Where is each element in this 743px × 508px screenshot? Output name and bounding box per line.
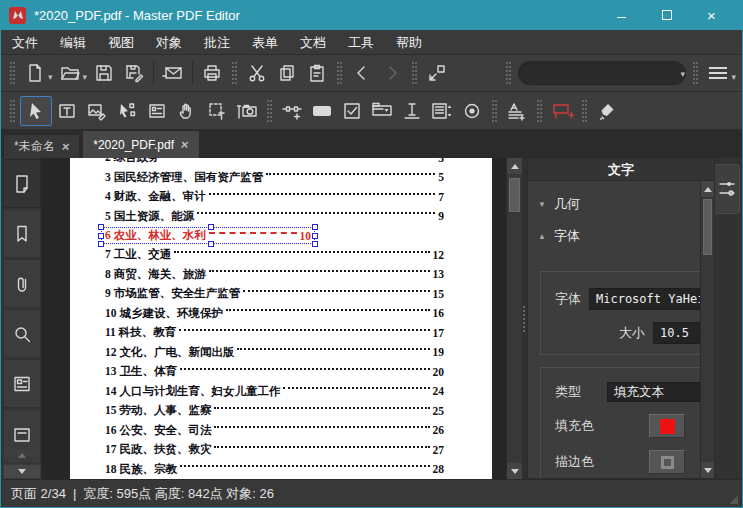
- zoom-to-selection-button[interactable]: [422, 59, 452, 87]
- selection-handle[interactable]: [98, 224, 104, 230]
- toc-row[interactable]: 12 文化、广电、新闻出版19: [105, 343, 444, 363]
- scroll-up-button[interactable]: [701, 181, 714, 197]
- section-geometry[interactable]: ▼ 几何: [528, 195, 714, 213]
- scroll-down-button[interactable]: [507, 463, 522, 479]
- close-button[interactable]: ×: [689, 0, 734, 30]
- menu-object[interactable]: 对象: [145, 30, 193, 55]
- add-callout-annotation-button[interactable]: [547, 97, 577, 125]
- search-input[interactable]: [527, 66, 682, 80]
- selection-handle[interactable]: [312, 241, 318, 247]
- toolbar-drag-handle[interactable]: [267, 100, 272, 122]
- sidebar-scroll-down-button[interactable]: [3, 464, 41, 479]
- combobox-tool-button[interactable]: [367, 97, 397, 125]
- highlighter-tool-button[interactable]: [592, 97, 622, 125]
- more-tools-dropdown[interactable]: ▾: [731, 72, 736, 82]
- menu-help[interactable]: 帮助: [385, 30, 433, 55]
- font-name-input[interactable]: Microsoft YaHei: [589, 288, 715, 310]
- menu-file[interactable]: 文件: [1, 30, 49, 55]
- pdf-page[interactable]: 2 综合政务3 3 国民经济管理、国有资产监管5 4 财政、金融、审计7 5 国…: [70, 158, 492, 479]
- toc-row[interactable]: 8 商贸、海关、旅游13: [105, 265, 444, 285]
- selection-handle[interactable]: [98, 233, 104, 239]
- toolbar-drag-handle[interactable]: [412, 62, 417, 84]
- edit-image-tool-button[interactable]: [82, 97, 112, 125]
- toolbar-drag-handle[interactable]: [10, 100, 15, 122]
- toolbar-drag-handle[interactable]: [582, 100, 587, 122]
- listbox-tool-button[interactable]: [427, 97, 457, 125]
- menu-document[interactable]: 文档: [289, 30, 337, 55]
- toc-row[interactable]: 11 科技、教育17: [105, 323, 444, 343]
- more-tools-menu-button[interactable]: [703, 59, 733, 87]
- new-document-button[interactable]: [20, 59, 50, 87]
- search-box[interactable]: ▾: [518, 61, 686, 85]
- toc-row[interactable]: 16 公安、安全、司法26: [105, 421, 444, 441]
- properties-dock-tab[interactable]: [715, 164, 740, 214]
- toc-row[interactable]: 2 综合政务3: [105, 158, 444, 168]
- toc-row[interactable]: 18 民族、宗教28: [105, 460, 444, 480]
- search-dropdown[interactable]: ▾: [680, 69, 685, 79]
- back-button[interactable]: [347, 59, 377, 87]
- selection-handle[interactable]: [312, 233, 318, 239]
- add-link-tool-button[interactable]: [277, 97, 307, 125]
- save-button[interactable]: [89, 59, 119, 87]
- forward-button[interactable]: [377, 59, 407, 87]
- hand-tool-button[interactable]: [172, 97, 202, 125]
- selection-handle[interactable]: [208, 241, 214, 247]
- snapshot-tool-button[interactable]: [232, 97, 262, 125]
- scrollbar-thumb[interactable]: [509, 178, 520, 212]
- toc-row[interactable]: 17 民政、扶贫、救灾27: [105, 440, 444, 460]
- sidebar-scroll-up-button[interactable]: [3, 448, 41, 463]
- toolbar-drag-handle[interactable]: [693, 62, 698, 84]
- tab-untitled[interactable]: *未命名 ×: [3, 134, 80, 158]
- fill-color-swatch[interactable]: [649, 414, 685, 438]
- window-resize-grip[interactable]: [730, 496, 738, 504]
- stroke-color-swatch[interactable]: [649, 450, 685, 474]
- menu-edit[interactable]: 编辑: [49, 30, 97, 55]
- tab-close-icon[interactable]: ×: [61, 139, 71, 154]
- cut-button[interactable]: [242, 59, 272, 87]
- toolbar-drag-handle[interactable]: [232, 62, 237, 84]
- toc-row[interactable]: 5 国土资源、能源9: [105, 207, 444, 227]
- toc-row[interactable]: 13 卫生、体育20: [105, 362, 444, 382]
- toc-row[interactable]: 9 市场监管、安全生产监管15: [105, 284, 444, 304]
- scrollbar-thumb[interactable]: [703, 199, 712, 255]
- selection-handle[interactable]: [208, 224, 214, 230]
- push-button-tool-button[interactable]: [307, 97, 337, 125]
- form-fields-panel-button[interactable]: [3, 359, 41, 408]
- attachments-panel-button[interactable]: [3, 259, 41, 308]
- copy-button[interactable]: [272, 59, 302, 87]
- edit-path-tool-button[interactable]: [112, 97, 142, 125]
- menu-form[interactable]: 表单: [241, 30, 289, 55]
- paint-type-select[interactable]: 填充文本: [607, 382, 711, 402]
- toc-row[interactable]: 14 人口与计划生育、妇女儿童工作24: [105, 382, 444, 402]
- document-view[interactable]: 2 综合政务3 3 国民经济管理、国有资产监管5 4 财政、金融、审计7 5 国…: [42, 158, 522, 479]
- menu-view[interactable]: 视图: [97, 30, 145, 55]
- toc-row[interactable]: 15 劳动、人事、监察25: [105, 401, 444, 421]
- paste-button[interactable]: [302, 59, 332, 87]
- selection-handle[interactable]: [98, 241, 104, 247]
- toolbar-drag-handle[interactable]: [10, 62, 15, 84]
- edit-form-tool-button[interactable]: [142, 97, 172, 125]
- maximize-button[interactable]: [644, 0, 689, 30]
- text-field-tool-button[interactable]: [397, 97, 427, 125]
- select-tool-button[interactable]: [20, 96, 52, 126]
- tab-close-icon[interactable]: ×: [180, 137, 190, 152]
- toc-row[interactable]: 4 财政、金融、审计7: [105, 187, 444, 207]
- open-file-dropdown[interactable]: ▾: [83, 72, 88, 82]
- radio-button-tool-button[interactable]: [457, 97, 487, 125]
- toolbar-drag-handle[interactable]: [492, 100, 497, 122]
- select-text-tool-button[interactable]: [202, 97, 232, 125]
- add-text-annotation-button[interactable]: [502, 97, 532, 125]
- document-scrollbar[interactable]: [506, 158, 522, 479]
- bookmarks-panel-button[interactable]: [3, 209, 41, 258]
- toc-row[interactable]: 7 工业、交通12: [105, 245, 444, 265]
- edit-text-tool-button[interactable]: [52, 97, 82, 125]
- print-button[interactable]: [197, 59, 227, 87]
- open-file-button[interactable]: [55, 59, 85, 87]
- menu-tools[interactable]: 工具: [337, 30, 385, 55]
- menu-annotate[interactable]: 批注: [193, 30, 241, 55]
- minimize-button[interactable]: –: [599, 0, 644, 30]
- selection-handle[interactable]: [312, 224, 318, 230]
- selected-text-object[interactable]: 6 农业、林业、水利10: [101, 227, 315, 244]
- font-size-input[interactable]: 10.5: [653, 322, 705, 344]
- toolbar-drag-handle[interactable]: [337, 62, 342, 84]
